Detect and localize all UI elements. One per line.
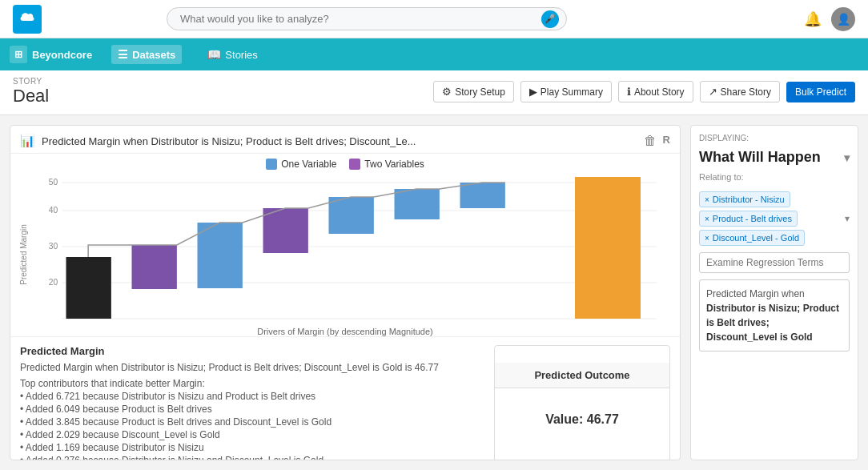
search-bar: 🎤: [167, 7, 567, 30]
salesforce-logo: [13, 5, 42, 34]
contributors-header: Top contributors that indicate better Ma…: [20, 378, 484, 389]
chart-svg: 50 40 30 20 Predicted Margin: [17, 175, 673, 331]
contributor-2: • Added 6.049 because Product is Belt dr…: [20, 404, 484, 415]
bar-5: [395, 189, 440, 219]
stories-icon: 📖: [207, 48, 221, 61]
tag-remove-product[interactable]: ×: [705, 215, 709, 223]
legend-two-variables: Two Variables: [349, 159, 424, 170]
tag-row-2: × Product - Belt drives ▾: [699, 211, 850, 227]
main-content: 📊 Predicted Margin when Distributor is N…: [0, 115, 868, 470]
svg-text:Predicted Margin: Predicted Margin: [19, 224, 28, 284]
tag-discount: × Discount_Level - Gold: [699, 230, 805, 246]
bar-4: [329, 197, 374, 234]
svg-text:30: 30: [49, 242, 58, 251]
predicted-outcome-box: Predicted Outcome Value: 46.77: [494, 345, 670, 460]
beyondcore-logo-icon: ⊞: [10, 46, 27, 63]
examine-regression-input[interactable]: [699, 252, 850, 273]
nav-item-stories[interactable]: 📖 Stories: [201, 45, 263, 64]
contributor-3: • Added 3.845 because Product is Belt dr…: [20, 416, 484, 428]
contributors-section: Top contributors that indicate better Ma…: [20, 378, 484, 460]
microphone-icon[interactable]: 🎤: [541, 10, 559, 28]
predicted-outcome-value: Value: 46.77: [545, 388, 619, 451]
what-will-happen-text: What Will Happen: [699, 149, 821, 166]
svg-text:40: 40: [49, 206, 58, 215]
info-icon: ℹ: [627, 86, 631, 98]
legend-one-variable-label: One Variable: [281, 159, 336, 170]
tag-product-label: Product - Belt drives: [713, 214, 792, 223]
user-avatar[interactable]: 👤: [831, 7, 855, 31]
nav-item-datasets[interactable]: ☰ Datasets: [111, 45, 182, 64]
about-story-button[interactable]: ℹ About Story: [618, 81, 693, 102]
stories-label: Stories: [225, 49, 257, 61]
story-title-block: STORY Deal: [13, 77, 49, 106]
prediction-bold-text: Distributor is Nisizu; Product is Belt d…: [706, 303, 839, 343]
datasets-label: Datasets: [132, 49, 175, 61]
tag-list: × Distributor - Nisizu × Product - Belt …: [699, 191, 850, 246]
prediction-description-box: Predicted Margin when Distributor is Nis…: [699, 279, 850, 351]
tag-row-1: × Distributor - Nisizu: [699, 191, 850, 207]
app-logo-text: Beyondcore: [32, 49, 92, 61]
predicted-margin-title: Predicted Margin: [20, 345, 484, 357]
delete-icon[interactable]: 🗑: [644, 134, 657, 148]
share-story-label: Share Story: [721, 86, 771, 98]
chart-title: Predicted Margin when Distributor is Nis…: [42, 135, 637, 147]
legend-two-variables-label: Two Variables: [364, 159, 424, 170]
predicted-outcome-header: Predicted Outcome: [495, 363, 669, 388]
value-number: 46.77: [587, 412, 619, 426]
app-header: ⊞ Beyondcore ☰ Datasets 📖 Stories: [0, 38, 868, 70]
tag-remove-discount[interactable]: ×: [705, 234, 709, 243]
predicted-margin-description: Predicted Margin when Distributor is Nis…: [20, 362, 484, 373]
value-label: Value:: [545, 412, 583, 426]
story-setup-icon: ⚙: [442, 86, 452, 98]
chevron-down-icon[interactable]: ▾: [844, 151, 850, 164]
tag-distributor-label: Distributor - Nisizu: [713, 195, 785, 204]
play-icon: ▶: [529, 86, 537, 98]
bar-base: [66, 257, 111, 319]
bulk-predict-button[interactable]: Bulk Predict: [786, 82, 855, 102]
right-panel: Displaying: What Will Happen ▾ Relating …: [690, 125, 858, 460]
chart-panel: 📊 Predicted Margin when Distributor is N…: [10, 125, 681, 460]
notification-icon[interactable]: 🔔: [804, 10, 822, 28]
contributor-4: • Added 2.029 because Discount_Level is …: [20, 429, 484, 440]
contributor-6: • Added 0.376 because Distributor is Nis…: [20, 455, 484, 460]
top-nav: 🎤 🔔 👤: [0, 0, 868, 38]
predicted-margin-section: Predicted Margin Predicted Margin when D…: [20, 345, 484, 460]
tag-product: × Product - Belt drives: [699, 211, 798, 227]
bar-1: [132, 245, 177, 289]
story-title: Deal: [13, 86, 49, 106]
search-input[interactable]: [167, 7, 567, 30]
chart-svg-container: 50 40 30 20 Predicted Margin: [10, 175, 680, 336]
tag-discount-label: Discount_Level - Gold: [713, 233, 799, 243]
chart-header: 📊 Predicted Margin when Distributor is N…: [10, 126, 680, 154]
contributor-5: • Added 1.169 because Distributor is Nis…: [20, 442, 484, 453]
share-story-button[interactable]: ↗ Share Story: [700, 81, 780, 102]
what-will-happen-heading: What Will Happen ▾: [699, 149, 850, 166]
bulk-predict-label: Bulk Predict: [795, 86, 846, 98]
nav-icons: 🔔 👤: [804, 7, 855, 31]
story-setup-label: Story Setup: [455, 86, 505, 98]
contributor-1: • Added 6.721 because Distributor is Nis…: [20, 391, 484, 402]
relating-label: Relating to:: [699, 172, 850, 182]
tag-chevron-icon[interactable]: ▾: [845, 213, 850, 224]
legend-box-blue: [266, 159, 277, 170]
story-header: STORY Deal ⚙ Story Setup ▶ Play Summary …: [0, 70, 868, 115]
bar-final: [575, 177, 641, 319]
tag-remove-distributor[interactable]: ×: [705, 195, 709, 204]
story-setup-button[interactable]: ⚙ Story Setup: [433, 81, 514, 102]
story-actions: ⚙ Story Setup ▶ Play Summary ℹ About Sto…: [433, 81, 855, 102]
datasets-icon: ☰: [118, 48, 128, 61]
play-summary-label: Play Summary: [540, 86, 603, 98]
share-icon: ↗: [709, 86, 717, 98]
svg-text:50: 50: [49, 178, 58, 187]
bar-3: [263, 208, 308, 253]
displaying-label: Displaying:: [699, 134, 850, 143]
legend-box-purple: [349, 159, 360, 170]
svg-text:20: 20: [49, 278, 58, 287]
chart-icon: 📊: [20, 134, 35, 148]
r-icon[interactable]: R: [663, 134, 670, 148]
play-summary-button[interactable]: ▶ Play Summary: [520, 81, 612, 102]
tag-row-3: × Discount_Level - Gold: [699, 230, 850, 246]
bar-6: [460, 183, 505, 208]
app-logo: ⊞ Beyondcore: [10, 46, 92, 63]
bar-2: [198, 223, 243, 288]
